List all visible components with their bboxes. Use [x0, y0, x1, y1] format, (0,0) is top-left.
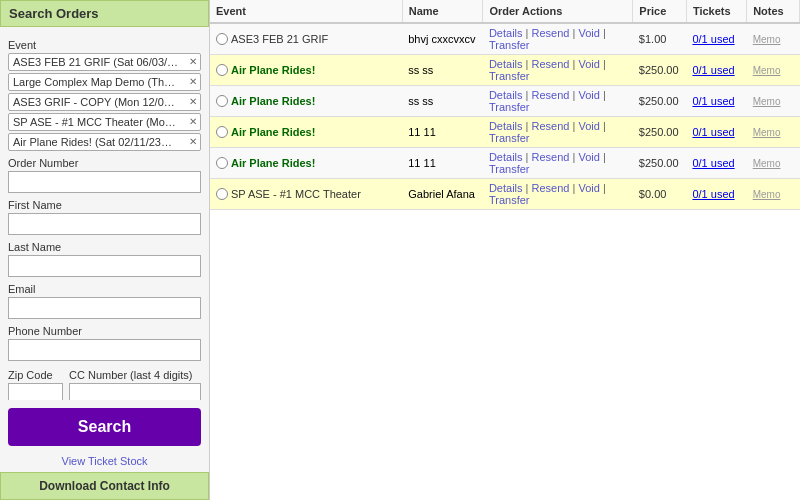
actions-cell: Details | Resend | Void | Transfer — [483, 23, 633, 55]
event-cell: Air Plane Rides! — [210, 55, 402, 86]
action-resend-link[interactable]: Resend — [532, 151, 570, 163]
action-resend-link[interactable]: Resend — [532, 120, 570, 132]
price-cell: $0.00 — [633, 179, 687, 210]
tickets-cell: 0/1 used — [686, 179, 746, 210]
event-name: Air Plane Rides! — [231, 157, 315, 169]
notes-cell: Memo — [747, 148, 800, 179]
action-void-link[interactable]: Void — [578, 58, 599, 70]
tickets-link[interactable]: 0/1 used — [692, 33, 734, 45]
cc-label: CC Number (last 4 digits) — [69, 369, 201, 381]
tickets-link[interactable]: 0/1 used — [692, 64, 734, 76]
action-void-link[interactable]: Void — [578, 182, 599, 194]
event-cell: Air Plane Rides! — [210, 117, 402, 148]
name-cell: bhvj cxxcvxcv — [402, 23, 483, 55]
tickets-link[interactable]: 0/1 used — [692, 126, 734, 138]
tickets-cell: 0/1 used — [686, 117, 746, 148]
action-void-link[interactable]: Void — [578, 120, 599, 132]
email-input[interactable] — [8, 297, 201, 319]
event-tag: ASE3 GRIF - COPY (Mon 12/01/…✕ — [8, 93, 201, 111]
zip-cc-row: Zip Code CC Number (last 4 digits) — [8, 363, 201, 400]
download-contact-info-button[interactable]: Download Contact Info — [0, 472, 209, 500]
first-name-input[interactable] — [8, 213, 201, 235]
action-resend-link[interactable]: Resend — [532, 58, 570, 70]
order-number-label: Order Number — [8, 157, 201, 169]
last-name-label: Last Name — [8, 241, 201, 253]
action-details-link[interactable]: Details — [489, 151, 523, 163]
order-number-input[interactable] — [8, 171, 201, 193]
search-button[interactable]: Search — [8, 408, 201, 446]
action-details-link[interactable]: Details — [489, 182, 523, 194]
zip-label: Zip Code — [8, 369, 63, 381]
zip-input[interactable] — [8, 383, 63, 400]
name-cell: 11 11 — [402, 117, 483, 148]
name-cell: Gabriel Afana — [402, 179, 483, 210]
action-void-link[interactable]: Void — [578, 151, 599, 163]
action-transfer-link[interactable]: Transfer — [489, 101, 530, 113]
tickets-link[interactable]: 0/1 used — [692, 95, 734, 107]
memo-link[interactable]: Memo — [753, 34, 781, 45]
orders-table: EventNameOrder ActionsPriceTicketsNotes … — [210, 0, 800, 210]
price-cell: $250.00 — [633, 117, 687, 148]
name-cell: ss ss — [402, 86, 483, 117]
action-resend-link[interactable]: Resend — [532, 27, 570, 39]
actions-cell: Details | Resend | Void | Transfer — [483, 86, 633, 117]
tickets-cell: 0/1 used — [686, 23, 746, 55]
action-separator: | — [600, 27, 606, 39]
event-tag-remove[interactable]: ✕ — [189, 57, 197, 67]
action-separator: | — [523, 120, 532, 132]
tickets-link[interactable]: 0/1 used — [692, 157, 734, 169]
event-tags: ASE3 FEB 21 GRIF (Sat 06/03/2…✕Large Com… — [8, 53, 201, 151]
action-transfer-link[interactable]: Transfer — [489, 163, 530, 175]
phone-label: Phone Number — [8, 325, 201, 337]
event-cell: Air Plane Rides! — [210, 148, 402, 179]
table-header: Tickets — [686, 0, 746, 23]
cc-field: CC Number (last 4 digits) — [69, 363, 201, 400]
table-header-row: EventNameOrder ActionsPriceTicketsNotes — [210, 0, 800, 23]
table-row: Air Plane Rides!11 11Details | Resend | … — [210, 148, 800, 179]
action-transfer-link[interactable]: Transfer — [489, 70, 530, 82]
event-tag-remove[interactable]: ✕ — [189, 97, 197, 107]
event-tag-remove[interactable]: ✕ — [189, 137, 197, 147]
notes-cell: Memo — [747, 117, 800, 148]
memo-link[interactable]: Memo — [753, 189, 781, 200]
action-details-link[interactable]: Details — [489, 89, 523, 101]
memo-link[interactable]: Memo — [753, 65, 781, 76]
action-void-link[interactable]: Void — [578, 27, 599, 39]
action-separator: | — [600, 120, 606, 132]
actions-cell: Details | Resend | Void | Transfer — [483, 117, 633, 148]
action-transfer-link[interactable]: Transfer — [489, 39, 530, 51]
notes-cell: Memo — [747, 55, 800, 86]
event-tag: ASE3 FEB 21 GRIF (Sat 06/03/2…✕ — [8, 53, 201, 71]
action-void-link[interactable]: Void — [578, 89, 599, 101]
row-circle-icon — [216, 188, 228, 200]
table-header: Event — [210, 0, 402, 23]
table-header: Name — [402, 0, 483, 23]
table-row: Air Plane Rides!11 11Details | Resend | … — [210, 117, 800, 148]
memo-link[interactable]: Memo — [753, 96, 781, 107]
view-ticket-stock-link[interactable]: View Ticket Stock — [62, 455, 148, 467]
action-separator: | — [600, 151, 606, 163]
phone-input[interactable] — [8, 339, 201, 361]
action-details-link[interactable]: Details — [489, 120, 523, 132]
left-panel: Search Orders Event ASE3 FEB 21 GRIF (Sa… — [0, 0, 210, 500]
action-transfer-link[interactable]: Transfer — [489, 132, 530, 144]
tickets-cell: 0/1 used — [686, 55, 746, 86]
last-name-input[interactable] — [8, 255, 201, 277]
event-tag-remove[interactable]: ✕ — [189, 117, 197, 127]
memo-link[interactable]: Memo — [753, 127, 781, 138]
action-details-link[interactable]: Details — [489, 27, 523, 39]
row-circle-icon — [216, 95, 228, 107]
event-name: Air Plane Rides! — [231, 95, 315, 107]
tickets-link[interactable]: 0/1 used — [692, 188, 734, 200]
action-resend-link[interactable]: Resend — [532, 89, 570, 101]
zip-field: Zip Code — [8, 363, 63, 400]
memo-link[interactable]: Memo — [753, 158, 781, 169]
event-tag-remove[interactable]: ✕ — [189, 77, 197, 87]
left-content: Event ASE3 FEB 21 GRIF (Sat 06/03/2…✕Lar… — [0, 27, 209, 400]
action-resend-link[interactable]: Resend — [532, 182, 570, 194]
action-details-link[interactable]: Details — [489, 58, 523, 70]
table-header: Order Actions — [483, 0, 633, 23]
price-cell: $250.00 — [633, 148, 687, 179]
action-transfer-link[interactable]: Transfer — [489, 194, 530, 206]
cc-input[interactable] — [69, 383, 201, 400]
